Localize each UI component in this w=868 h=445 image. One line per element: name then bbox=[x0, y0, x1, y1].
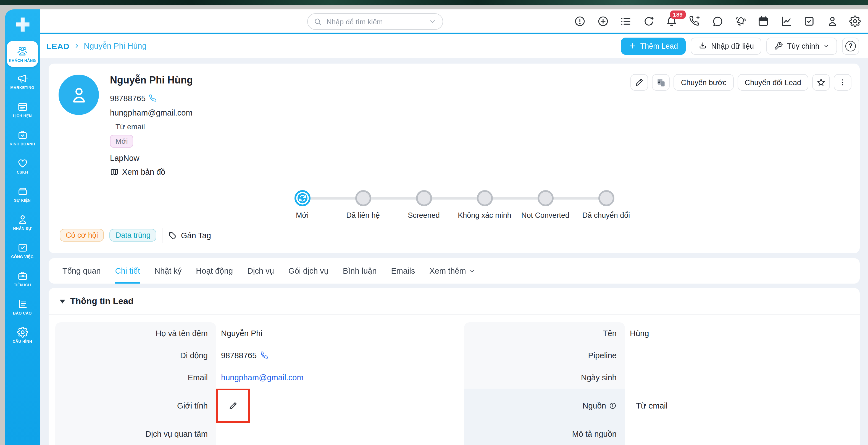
alert-seal-icon[interactable] bbox=[574, 15, 586, 27]
help-button[interactable]: ? bbox=[842, 37, 859, 55]
sidebar-item-label: TIỆN ÍCH bbox=[14, 283, 31, 287]
phone-add-icon[interactable] bbox=[689, 15, 700, 27]
field-row-gioi-tinh: Giới tính bbox=[55, 389, 444, 423]
sidebar-item-cau-hinh[interactable]: CẤU HÌNH bbox=[7, 321, 38, 349]
pipeline-step-dot[interactable] bbox=[416, 190, 432, 206]
chevron-right-icon bbox=[73, 42, 80, 49]
field-value[interactable] bbox=[216, 389, 444, 423]
tab-hoat-dong[interactable]: Hoạt động bbox=[196, 258, 233, 284]
field-value[interactable] bbox=[625, 423, 852, 445]
tab-goi-dich-vu[interactable]: Gói dịch vụ bbox=[288, 258, 329, 284]
sidebar-item-label: MARKETING bbox=[10, 85, 34, 89]
tab-binh-luan[interactable]: Bình luận bbox=[343, 258, 377, 284]
global-search[interactable] bbox=[307, 13, 443, 30]
chat-bubble-icon[interactable] bbox=[712, 15, 723, 27]
sidebar-item-kinh-doanh[interactable]: KINH DOANH bbox=[7, 123, 38, 151]
view-map-link[interactable]: Xem bản đồ bbox=[110, 168, 165, 176]
assign-tag-button[interactable]: Gán Tag bbox=[168, 231, 211, 240]
analytics-icon[interactable] bbox=[780, 15, 792, 27]
tab-tong-quan[interactable]: Tổng quan bbox=[62, 258, 101, 284]
favorite-star-button[interactable] bbox=[812, 74, 830, 91]
refresh-status-icon[interactable] bbox=[643, 15, 654, 27]
chevron-down-icon bbox=[469, 268, 475, 274]
convert-lead-button[interactable]: Chuyển đổi Lead bbox=[738, 74, 808, 91]
avatar[interactable] bbox=[59, 75, 99, 115]
chevron-down-icon[interactable] bbox=[429, 18, 436, 25]
plus-circle-icon[interactable] bbox=[597, 15, 609, 27]
chevron-down-icon bbox=[823, 43, 829, 49]
search-icon bbox=[314, 18, 321, 25]
app-logo-icon[interactable] bbox=[13, 16, 32, 34]
sidebar-item-bao-cao[interactable]: BÁO CÁO bbox=[7, 292, 38, 321]
notification-count-badge[interactable]: 189 bbox=[670, 10, 685, 19]
tasks-check-icon[interactable] bbox=[803, 15, 815, 27]
sidebar-item-nhan-su[interactable]: NHÂN SỰ bbox=[7, 208, 38, 236]
pipeline-step-dot[interactable] bbox=[294, 190, 310, 206]
pipeline-step-dot[interactable] bbox=[598, 190, 614, 206]
sidebar-item-lich-hen[interactable]: LỊCH HẸN bbox=[7, 95, 38, 123]
sidebar-item-tien-ich[interactable]: TIỆN ÍCH bbox=[7, 264, 38, 292]
calendar-icon[interactable] bbox=[757, 15, 769, 27]
add-lead-button[interactable]: Thêm Lead bbox=[621, 37, 686, 55]
import-data-button[interactable]: Nhập dữ liệu bbox=[691, 37, 762, 55]
tab-nhat-ky[interactable]: Nhật ký bbox=[154, 258, 182, 284]
info-icon[interactable] bbox=[609, 402, 617, 410]
sidebar: KHÁCH HÀNG MARKETING LỊCH HẸN KINH DOANH… bbox=[5, 9, 40, 445]
field-value[interactable] bbox=[625, 366, 852, 389]
customize-button[interactable]: Tùy chỉnh bbox=[767, 37, 837, 55]
field-value[interactable]: hungpham@gmail.com bbox=[216, 366, 444, 389]
search-input[interactable] bbox=[326, 17, 425, 26]
field-value[interactable]: Hùng bbox=[625, 322, 852, 345]
notification-bell-icon[interactable]: 189 bbox=[666, 15, 677, 27]
edit-lead-button[interactable] bbox=[631, 74, 648, 91]
sidebar-item-label: CÔNG VIỆC bbox=[11, 255, 34, 259]
pipeline-step-dot[interactable] bbox=[355, 190, 371, 206]
sidebar-item-cong-viec[interactable]: CÔNG VIỆC bbox=[7, 236, 38, 264]
field-value[interactable] bbox=[625, 345, 852, 366]
email-link[interactable]: hungpham@gmail.com bbox=[221, 373, 304, 382]
send-to-devices-button[interactable] bbox=[652, 74, 670, 91]
user-profile-icon[interactable] bbox=[826, 15, 838, 27]
heart-icon bbox=[17, 157, 28, 168]
pipeline-step-moi: Mới bbox=[272, 190, 333, 219]
tabs-bar: Tổng quan Chi tiết Nhật ký Hoạt động Dịc… bbox=[49, 258, 860, 284]
customers-icon bbox=[17, 45, 28, 57]
tab-xem-them[interactable]: Xem thêm bbox=[430, 258, 475, 284]
main-area: 189 LEAD Nguyễn Phi Hùng bbox=[40, 9, 868, 445]
sidebar-item-cskh[interactable]: CSKH bbox=[7, 151, 38, 180]
tab-dich-vu[interactable]: Dịch vụ bbox=[247, 258, 274, 284]
tab-chi-tiet[interactable]: Chi tiết bbox=[115, 258, 140, 284]
change-step-button[interactable]: Chuyển bước bbox=[674, 74, 734, 91]
pipeline-step-khong-xac-minh: Không xác minh bbox=[454, 190, 515, 219]
sidebar-item-khach-hang[interactable]: KHÁCH HÀNG bbox=[7, 41, 38, 67]
sync-icon bbox=[298, 194, 306, 202]
field-row-dich-vu-quan-tam: Dịch vụ quan tâm bbox=[55, 423, 444, 445]
lead-source: Từ email bbox=[116, 123, 145, 131]
megaphone-icon bbox=[17, 73, 28, 84]
field-value[interactable]: Từ email bbox=[625, 389, 852, 423]
phone-icon[interactable] bbox=[149, 94, 157, 102]
breadcrumb-section[interactable]: LEAD bbox=[46, 41, 69, 51]
ring-bell-icon[interactable] bbox=[735, 15, 746, 27]
more-options-button[interactable] bbox=[834, 74, 851, 91]
field-row-ngay-sinh: Ngày sinh bbox=[464, 366, 852, 389]
phone-icon[interactable] bbox=[260, 352, 268, 359]
sidebar-item-su-kien[interactable]: SỰ KIỆN bbox=[7, 180, 38, 208]
pipeline-step-dot[interactable] bbox=[476, 190, 493, 206]
list-icon[interactable] bbox=[620, 15, 631, 27]
section-header-thong-tin-lead[interactable]: Thông tin Lead bbox=[49, 295, 860, 307]
tag-data-trung[interactable]: Data trùng bbox=[110, 229, 157, 242]
settings-gear-icon[interactable] bbox=[849, 15, 861, 27]
tab-emails[interactable]: Emails bbox=[391, 258, 415, 284]
field-value[interactable]: Nguyễn Phi bbox=[216, 322, 444, 345]
edit-gender-button[interactable] bbox=[228, 401, 237, 410]
breadcrumb-current[interactable]: Nguyễn Phi Hùng bbox=[84, 41, 147, 50]
field-groups: Họ và tên đệm Nguyễn Phi Di động 9878876… bbox=[49, 315, 860, 445]
tag-co-co-hoi[interactable]: Có cơ hội bbox=[60, 229, 104, 242]
field-row-di-dong: Di động 98788765 bbox=[55, 345, 444, 366]
field-value[interactable] bbox=[216, 423, 444, 445]
lead-profile-card: Nguyễn Phi Hùng 98788765 hungpham@gmail.… bbox=[49, 64, 860, 253]
field-value[interactable]: 98788765 bbox=[216, 345, 444, 366]
pipeline-step-dot[interactable] bbox=[537, 190, 553, 206]
sidebar-item-marketing[interactable]: MARKETING bbox=[7, 67, 38, 95]
